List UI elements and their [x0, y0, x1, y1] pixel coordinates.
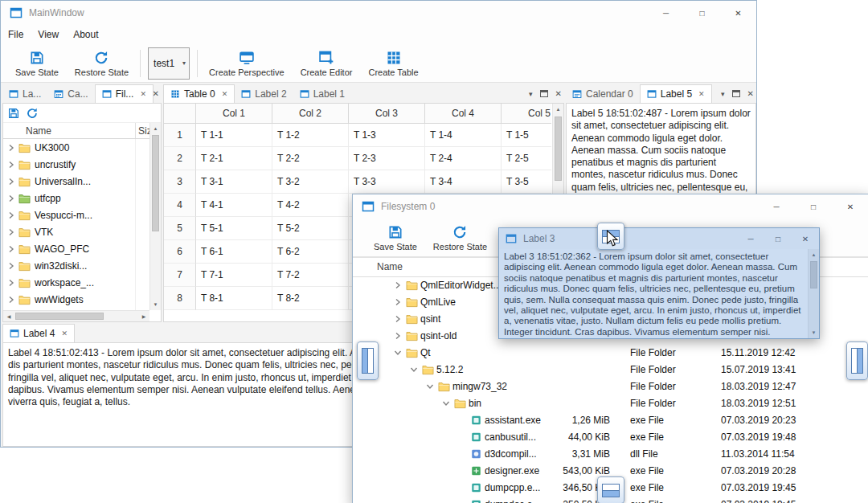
- scroll-down-icon[interactable]: ▼: [150, 299, 161, 310]
- table-cell[interactable]: T 1-2: [272, 124, 349, 147]
- create-editor-button[interactable]: Create Editor: [293, 46, 361, 81]
- dock-indicator-bottom[interactable]: [597, 476, 624, 503]
- tab-label-4[interactable]: Label 4 ✕: [2, 324, 75, 342]
- chevron-right-icon[interactable]: [6, 227, 16, 237]
- tree-item[interactable]: assistant.exe1,26 MiBexe File07.03.2019 …: [353, 412, 868, 429]
- detach-button[interactable]: [732, 90, 740, 97]
- table-cell[interactable]: T 7-1: [196, 264, 272, 287]
- tree-item[interactable]: 5.12.2File Folder15.07.2019 13:41: [353, 362, 868, 378]
- tab-close-icon[interactable]: ✕: [61, 329, 68, 337]
- tree-item[interactable]: workspace_...: [3, 274, 149, 291]
- chevron-down-icon[interactable]: [425, 382, 435, 391]
- table-cell[interactable]: T 1-1: [196, 124, 272, 147]
- main-titlebar[interactable]: MainWindow ─ □ ✕: [1, 1, 756, 25]
- scroll-up-icon[interactable]: ▲: [150, 123, 161, 134]
- chevron-down-icon[interactable]: [441, 399, 451, 408]
- tab-label-2[interactable]: Label 2: [235, 84, 293, 103]
- tab-list-button[interactable]: ▾: [721, 90, 725, 98]
- chevron-right-icon[interactable]: [393, 280, 403, 290]
- chevron-right-icon[interactable]: [393, 314, 403, 324]
- menu-about[interactable]: About: [66, 25, 105, 44]
- tree-item[interactable]: win32diski...: [3, 257, 149, 274]
- table-cell[interactable]: T 3-2: [272, 170, 349, 194]
- table-cell[interactable]: T 2-3: [349, 147, 425, 170]
- maximize-button[interactable]: □: [684, 1, 720, 25]
- scroll-left-icon[interactable]: ◀: [3, 311, 14, 321]
- tab-label[interactable]: La...: [2, 84, 47, 103]
- table-cell[interactable]: T 2-1: [196, 147, 272, 170]
- scrollbar-thumb[interactable]: [15, 313, 104, 320]
- table-cell[interactable]: T 3-3: [349, 170, 425, 194]
- save-state-button[interactable]: Save State: [7, 46, 67, 81]
- row-header[interactable]: 7: [164, 264, 196, 287]
- minimize-button[interactable]: ─: [648, 1, 684, 25]
- close-button[interactable]: ✕: [720, 1, 756, 25]
- chevron-down-icon[interactable]: [409, 365, 419, 374]
- tree-item[interactable]: canbusutil...44,00 KiBexe File07.03.2019…: [353, 429, 868, 446]
- table-cell[interactable]: T 6-2: [272, 240, 349, 264]
- tree-item[interactable]: wwWidgets: [3, 291, 149, 308]
- table-cell[interactable]: T 3-5: [502, 170, 551, 194]
- chevron-right-icon[interactable]: [6, 177, 16, 186]
- horizontal-scrollbar[interactable]: ◀ ▶: [3, 310, 149, 321]
- tree-item[interactable]: UK3000: [3, 139, 149, 156]
- tab-close-icon[interactable]: ✕: [140, 90, 146, 98]
- tree-item[interactable]: VTK: [3, 223, 149, 240]
- vertical-scrollbar[interactable]: ▲ ▼: [149, 123, 161, 310]
- chevron-right-icon[interactable]: [6, 143, 16, 153]
- row-header[interactable]: 5: [164, 217, 196, 240]
- maximize-button[interactable]: □: [795, 194, 832, 219]
- table-cell[interactable]: T 2-2: [272, 147, 349, 170]
- scrollbar-thumb[interactable]: [152, 135, 159, 231]
- row-header[interactable]: 6: [164, 240, 196, 264]
- close-button[interactable]: ✕: [832, 194, 868, 219]
- tree-header[interactable]: Name Size: [3, 123, 161, 139]
- dock-close-button[interactable]: ✕: [555, 89, 562, 98]
- row-header[interactable]: 8: [164, 287, 196, 310]
- tree-item[interactable]: Vespucci-m...: [3, 207, 149, 223]
- tree-item[interactable]: d3dcompil...3,31 MiBdll File11.03.2014 1…: [353, 446, 868, 463]
- column-header[interactable]: Col 3: [349, 104, 425, 124]
- tree-item[interactable]: utfcpp: [3, 190, 149, 207]
- table-cell[interactable]: T 8-2: [272, 287, 349, 310]
- tab-list-button[interactable]: ▾: [529, 90, 533, 98]
- chevron-right-icon[interactable]: [6, 211, 16, 220]
- table-cell[interactable]: T 6-1: [196, 240, 272, 264]
- filesystem-titlebar[interactable]: Filesystem 0 ─ □ ✕: [353, 194, 868, 219]
- tab-calendar-0[interactable]: Calendar 0: [566, 84, 640, 103]
- table-cell[interactable]: T 5-2: [272, 217, 349, 240]
- tree-item[interactable]: binFile Folder18.03.2019 12:51: [353, 395, 868, 412]
- dock-indicator-right[interactable]: [846, 341, 868, 380]
- table-cell[interactable]: T 2-5: [502, 147, 551, 170]
- table-cell[interactable]: T 1-3: [349, 124, 425, 147]
- restore-state-button[interactable]: Restore State: [425, 220, 495, 256]
- scroll-right-icon[interactable]: ▶: [138, 311, 149, 321]
- table-cell[interactable]: T 3-4: [425, 170, 502, 194]
- column-header-name[interactable]: Name: [26, 125, 51, 137]
- restore-state-button[interactable]: Restore State: [67, 46, 137, 81]
- chevron-right-icon[interactable]: [6, 261, 16, 271]
- restore-icon[interactable]: [26, 107, 39, 120]
- row-header[interactable]: 3: [164, 170, 196, 194]
- tab-label-5[interactable]: Label 5 ✕: [640, 84, 712, 103]
- column-header[interactable]: Col 1: [196, 104, 272, 124]
- save-icon[interactable]: [7, 107, 20, 120]
- tab-close-icon[interactable]: ✕: [222, 90, 228, 98]
- tab-table-0[interactable]: Table 0 ✕: [163, 84, 235, 103]
- menu-view[interactable]: View: [31, 25, 66, 44]
- table-cell[interactable]: T 1-4: [425, 124, 502, 147]
- chevron-right-icon[interactable]: [393, 331, 403, 341]
- chevron-right-icon[interactable]: [6, 194, 16, 203]
- row-header[interactable]: 4: [164, 194, 196, 217]
- table-cell[interactable]: T 5-1: [196, 217, 272, 240]
- minimize-button[interactable]: ─: [758, 194, 795, 219]
- column-header-size[interactable]: Size: [138, 125, 150, 137]
- menu-file[interactable]: File: [1, 25, 31, 44]
- tree-item[interactable]: mingw73_32File Folder18.03.2019 12:47: [353, 378, 868, 395]
- table-cell[interactable]: T 3-1: [196, 170, 272, 194]
- table-cell[interactable]: T 7-2: [272, 264, 349, 287]
- table-cell[interactable]: T 4-2: [272, 194, 349, 217]
- column-header[interactable]: Col 5: [502, 104, 551, 124]
- scrollbar-thumb[interactable]: [555, 117, 562, 181]
- tree-item[interactable]: WAGO_PFC: [3, 240, 149, 257]
